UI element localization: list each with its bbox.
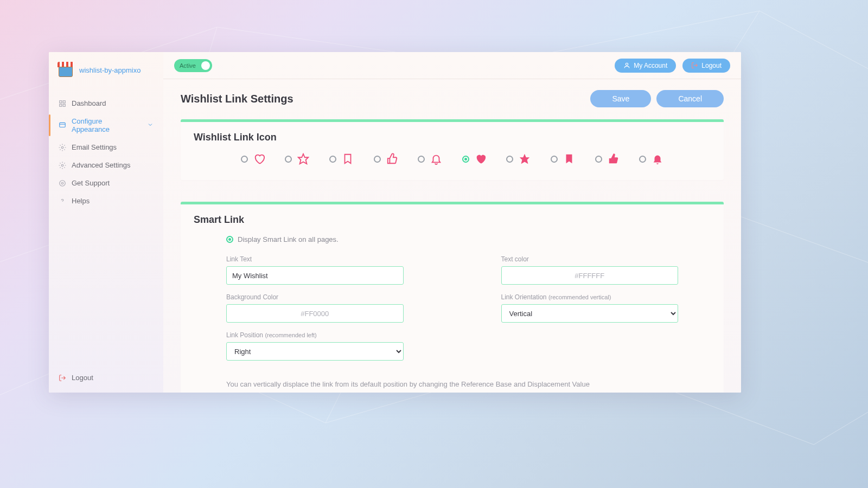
sidebar-logout-button[interactable]: Logout [59, 374, 154, 382]
icon-option-thumbsup-filled[interactable] [595, 153, 620, 165]
radio-icon [639, 156, 646, 163]
smart-link-card: Smart Link Display Smart Link on all pag… [181, 202, 724, 393]
icon-option-bell-outline[interactable] [418, 153, 442, 165]
sidebar: wishlist-by-appmixo Dashboard Configure … [49, 52, 163, 393]
sidebar-item-helps[interactable]: Helps [49, 192, 163, 210]
page-header: Wishlist Link Settings Save Cancel [181, 90, 724, 107]
svg-rect-2 [60, 104, 62, 106]
icon-option-heart-filled[interactable] [462, 153, 487, 165]
gear-icon [59, 144, 66, 151]
active-toggle[interactable]: Active [174, 59, 212, 72]
radio-icon [285, 156, 292, 163]
sidebar-item-advanced-settings[interactable]: Advanced Settings [49, 156, 163, 174]
field-background-color: Background Color [226, 293, 404, 323]
toggle-knob [201, 61, 210, 70]
topbar-logout-label: Logout [701, 62, 722, 69]
star-outline-icon [297, 153, 309, 165]
brand-logo-icon [58, 62, 74, 78]
icon-option-bell-filled[interactable] [639, 153, 663, 165]
cancel-button[interactable]: Cancel [656, 90, 724, 107]
sidebar-item-email-settings[interactable]: Email Settings [49, 138, 163, 156]
topbar-logout-button[interactable]: Logout [682, 59, 730, 73]
my-account-button[interactable]: My Account [615, 59, 676, 73]
logout-icon [691, 62, 698, 69]
grid-icon [59, 100, 66, 107]
display-smart-link-checkbox[interactable]: Display Smart Link on all pages. [226, 235, 678, 243]
svg-point-5 [61, 146, 63, 149]
user-icon [623, 62, 630, 69]
icon-option-star-outline[interactable] [285, 153, 309, 165]
icon-option-bookmark-filled[interactable] [551, 153, 575, 165]
heart-filled-icon [475, 153, 487, 165]
field-label: Link Position (recommended left) [226, 331, 404, 339]
field-link-position: Link Position (recommended left) Right [226, 331, 404, 361]
radio-icon [374, 156, 381, 163]
svg-marker-11 [520, 154, 529, 164]
display-check-label: Display Smart Link on all pages. [238, 235, 339, 243]
my-account-label: My Account [634, 62, 667, 69]
svg-rect-3 [63, 104, 65, 106]
field-label: Link Text [226, 255, 404, 263]
thumbsup-outline-icon [386, 153, 398, 165]
field-label: Link Orientation (recommended vertical) [501, 293, 679, 301]
sidebar-item-label: Get Support [72, 179, 110, 187]
sidebar-item-dashboard[interactable]: Dashboard [49, 94, 163, 112]
svg-rect-0 [60, 100, 62, 102]
main-area: Active My Account Logout Wishlist Link S… [163, 52, 741, 393]
topbar: Active My Account Logout [163, 52, 741, 79]
icon-option-row [194, 153, 711, 165]
sidebar-item-label: Dashboard [72, 99, 106, 107]
text-color-input[interactable] [501, 266, 679, 285]
sidebar-nav: Dashboard Configure Appearance Email Set… [49, 94, 163, 366]
sidebar-logout-label: Logout [72, 374, 93, 382]
svg-point-6 [61, 164, 63, 166]
star-filled-icon [519, 153, 531, 165]
smart-link-form: Display Smart Link on all pages. Link Te… [194, 235, 711, 388]
radio-icon [329, 156, 336, 163]
bookmark-filled-icon [563, 153, 575, 165]
field-label: Text color [501, 255, 679, 263]
radio-icon [595, 156, 602, 163]
heart-outline-icon [253, 153, 265, 165]
save-button[interactable]: Save [590, 90, 651, 107]
bell-outline-icon [430, 153, 442, 165]
thumbsup-filled-icon [608, 153, 620, 165]
link-text-input[interactable] [226, 266, 404, 285]
svg-point-7 [60, 180, 66, 186]
link-orientation-select[interactable]: Vertical [501, 304, 679, 323]
brand-name: wishlist-by-appmixo [79, 66, 141, 74]
support-icon [59, 179, 66, 187]
svg-point-8 [61, 182, 63, 184]
sidebar-item-label: Helps [72, 197, 90, 205]
icon-option-thumbsup-outline[interactable] [374, 153, 398, 165]
palette-icon [59, 121, 66, 129]
icon-option-heart-outline[interactable] [241, 153, 265, 165]
toggle-label: Active [180, 62, 196, 69]
link-position-select[interactable]: Right [226, 342, 404, 361]
radio-icon [506, 156, 513, 163]
card-title: Wishlist Link Icon [194, 132, 711, 143]
radio-icon [551, 156, 558, 163]
question-icon [59, 197, 66, 205]
field-link-text: Link Text [226, 255, 404, 285]
background-color-input[interactable] [226, 304, 404, 323]
svg-rect-1 [63, 100, 65, 102]
sidebar-item-get-support[interactable]: Get Support [49, 174, 163, 192]
field-link-orientation: Link Orientation (recommended vertical) … [501, 293, 679, 323]
content: Wishlist Link Settings Save Cancel Wishl… [163, 79, 741, 393]
bookmark-outline-icon [342, 153, 354, 165]
radio-icon [418, 156, 425, 163]
icon-option-bookmark-outline[interactable] [329, 153, 354, 165]
field-label: Background Color [226, 293, 404, 301]
icon-option-star-filled[interactable] [506, 153, 531, 165]
chevron-down-icon [147, 121, 154, 130]
wishlist-icon-card: Wishlist Link Icon [181, 119, 724, 180]
page-title: Wishlist Link Settings [181, 93, 293, 105]
radio-icon-checked [226, 236, 233, 243]
form-grid: Link Text Text color Background Color [226, 255, 678, 388]
brand: wishlist-by-appmixo [49, 62, 163, 94]
sidebar-footer: Logout [49, 366, 163, 393]
sidebar-item-configure-appearance[interactable]: Configure Appearance [49, 112, 163, 138]
radio-icon-selected [462, 156, 469, 163]
logout-icon [59, 374, 66, 382]
